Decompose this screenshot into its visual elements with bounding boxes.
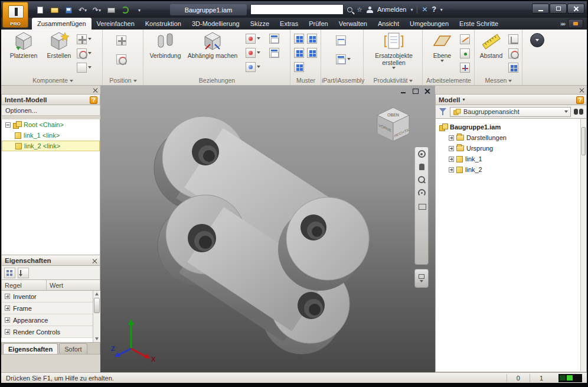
ipart-edit-button[interactable] [336,53,351,65]
column-regel[interactable]: Regel [2,280,47,290]
model-tree-scrollbar[interactable] [580,119,586,371]
look-at-icon[interactable] [418,202,426,210]
search-input[interactable] [250,4,344,15]
relationship-tool-3-button[interactable] [246,61,260,73]
grid-snap-button[interactable] [116,34,126,46]
collapse-icon[interactable] [5,122,11,128]
navigation-bar-extra[interactable] [414,269,429,288]
undo-button[interactable]: ↶▾ [77,5,89,15]
scrollbar-thumb[interactable] [582,127,586,155]
scrollbar-thumb[interactable] [94,298,100,313]
erstellen-button[interactable]: Erstellen [41,31,77,75]
new-file-button[interactable] [34,5,46,15]
intent-link1-node[interactable]: link_1 <link> [2,130,100,141]
abstand-button[interactable]: Abstand [475,31,507,75]
position-rotate-button[interactable] [116,53,126,65]
ebene-button[interactable]: Ebene [424,31,460,75]
abhaengig-machen-button[interactable]: Abhängig machen [185,31,240,75]
tab-umgebungen[interactable]: Umgebungen [404,18,454,30]
display-options-button[interactable] [530,33,544,47]
expand-icon[interactable] [5,317,10,323]
tab-konstruktion[interactable]: Konstruktion [140,18,187,30]
model-panel-close-icon[interactable] [579,87,584,93]
intent-options-button[interactable]: Optionen... [1,105,100,116]
pan-icon[interactable] [418,163,426,171]
work-point-button[interactable] [460,47,470,59]
expand-icon[interactable] [449,167,454,173]
tab-sofort[interactable]: Sofort [59,343,87,354]
save-button[interactable] [63,5,74,15]
panel-label-produktivitaet[interactable]: Produktivität [364,77,422,84]
pattern-circ-button[interactable] [307,32,317,44]
redo-button[interactable]: ↷▾ [91,5,103,15]
tab-skizze[interactable]: Skizze [245,18,275,30]
expand-icon[interactable] [449,135,454,141]
doc-restore-icon[interactable] [412,88,419,94]
relationship-tool-2-button[interactable] [246,47,260,58]
pattern-copy-button[interactable] [307,47,317,58]
tab-extras[interactable]: Extras [275,18,303,30]
print-button[interactable] [105,5,117,15]
property-row[interactable]: Appearance [1,314,93,326]
properties-close-icon[interactable] [92,258,97,264]
expand-icon[interactable] [5,329,10,334]
property-row[interactable]: Render Controls [1,326,93,338]
exchange-apps-icon[interactable]: ✕ [422,5,427,14]
viewport-3d[interactable]: OBEN VORNE RECHTS X Z [100,86,435,372]
tab-vereinfachen[interactable]: Vereinfachen [92,18,140,30]
intent-link2-node[interactable]: link_2 <link> [2,141,100,151]
tab-verwalten[interactable]: Verwalten [334,18,373,30]
model-node-darstellungen[interactable]: Darstellungen [436,132,586,143]
model-root-node[interactable]: Baugruppe1.iam [436,122,586,132]
sort-az-button[interactable] [18,268,29,278]
relationship-tool-1-button[interactable] [246,32,260,44]
open-button[interactable] [48,5,60,15]
intent-help-icon[interactable] [90,96,97,104]
search-icon[interactable] [347,7,352,12]
camera-button[interactable] [568,19,583,28]
platzieren-button[interactable]: Platzieren [6,31,41,75]
model-help-icon[interactable] [576,96,584,104]
pattern-tool-button[interactable] [294,61,304,73]
panel-label-position[interactable]: Position [103,77,143,84]
model-node-ursprung[interactable]: Ursprung [436,143,586,154]
help-icon[interactable]: ? [432,5,436,14]
relationship-tool-4-button[interactable] [269,32,279,44]
free-move-button[interactable] [77,33,92,45]
model-node-link2[interactable]: link_2 [436,164,586,175]
signin-dropdown-icon[interactable]: ▾ [410,7,413,12]
pattern-mirror-button[interactable] [294,47,304,58]
intent-panel-close-icon[interactable] [93,87,98,93]
model-title-dropdown-icon[interactable]: ▾ [462,97,465,102]
ribbon-expand-chevron-icon[interactable]: »» [560,21,564,27]
pattern-rect-button[interactable] [294,32,304,44]
tab-zusammenfuegen[interactable]: Zusammenfügen [32,18,92,30]
doc-minimize-icon[interactable] [400,88,407,94]
tab-erste-schritte[interactable]: Erste Schritte [454,18,504,30]
expand-icon[interactable] [449,146,454,151]
panel-label-ipart[interactable]: iPart/iAssembly [322,77,363,84]
panel-label-messen[interactable]: Messen [475,77,522,84]
tab-pruefen[interactable]: Prüfen [303,18,333,30]
browser-view-dropdown[interactable]: Baugruppenansicht [450,107,571,117]
property-row[interactable]: Inventor [1,291,93,303]
ucs-button[interactable] [460,61,470,73]
measure-loop-button[interactable] [508,47,518,59]
component-copy-button[interactable] [77,61,92,73]
find-binoculars-icon[interactable] [574,108,583,115]
free-rotate-button[interactable] [77,47,92,59]
measure-angle-button[interactable] [508,33,518,45]
view-cube[interactable]: OBEN VORNE RECHTS [374,105,413,144]
application-menu-button[interactable]: PRO [2,2,28,28]
orbit-icon[interactable] [418,189,426,197]
tab-ansicht[interactable]: Ansicht [373,18,404,30]
tab-eigenschaften[interactable]: Eigenschaften [3,343,58,354]
help-dropdown-icon[interactable]: ▾ [440,7,443,12]
ersatzobjekte-button[interactable]: Ersatzobjekte erstellen [374,31,414,75]
favorites-star-icon[interactable]: ☆ [357,6,362,14]
property-row[interactable]: Frame [1,303,93,314]
maximize-button[interactable] [550,4,567,14]
ipart-create-button[interactable] [336,34,346,46]
expand-icon[interactable] [5,305,10,311]
work-axis-button[interactable] [460,33,470,45]
